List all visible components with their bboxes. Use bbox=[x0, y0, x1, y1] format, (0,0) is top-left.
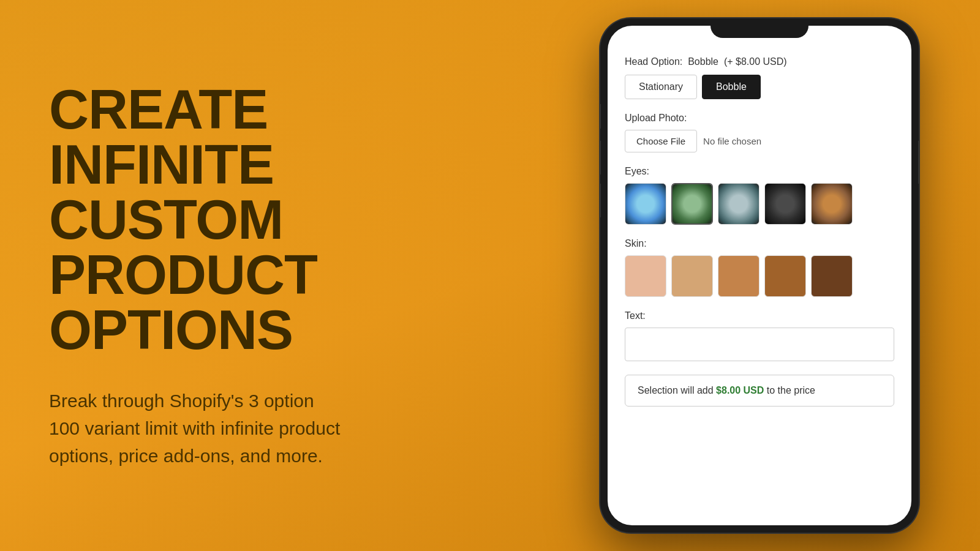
phone-frame: Head Option: Bobble (+ $8.00 USD) Statio… bbox=[600, 18, 919, 533]
side-button-left1 bbox=[600, 104, 601, 129]
eye-gray-inner bbox=[718, 184, 759, 224]
price-suffix: to the price bbox=[764, 385, 815, 395]
eye-swatch-dark[interactable] bbox=[764, 183, 806, 225]
head-option-section: Head Option: Bobble (+ $8.00 USD) Statio… bbox=[625, 56, 894, 99]
skin-swatch-2[interactable] bbox=[671, 255, 713, 297]
eye-brown-inner bbox=[812, 184, 852, 224]
eye-swatch-brown[interactable] bbox=[811, 183, 853, 225]
left-panel: CREATE INFINITE CUSTOM PRODUCT OPTIONS B… bbox=[49, 82, 478, 470]
upload-section: Upload Photo: Choose File No file chosen bbox=[625, 113, 894, 152]
file-input-area: Choose File No file chosen bbox=[625, 130, 894, 152]
head-option-value: Bobble bbox=[688, 56, 718, 67]
head-option-label: Head Option: Bobble (+ $8.00 USD) bbox=[625, 56, 894, 67]
text-input[interactable] bbox=[625, 328, 894, 361]
text-label: Text: bbox=[625, 310, 894, 321]
side-button-left3 bbox=[600, 184, 601, 217]
head-option-buttons: Stationary Bobble bbox=[625, 75, 894, 99]
skin-swatch-5[interactable] bbox=[811, 255, 853, 297]
skin-section: Skin: bbox=[625, 238, 894, 297]
skin-grid bbox=[625, 255, 894, 297]
price-amount: $8.00 USD bbox=[716, 385, 764, 395]
headline-line1: CREATE bbox=[49, 82, 478, 137]
eyes-grid bbox=[625, 183, 894, 225]
text-section: Text: bbox=[625, 310, 894, 361]
skin-label: Skin: bbox=[625, 238, 894, 249]
eye-green-inner bbox=[673, 184, 712, 223]
skin-swatch-4[interactable] bbox=[764, 255, 806, 297]
upload-label: Upload Photo: bbox=[625, 113, 894, 124]
eye-swatch-blue[interactable] bbox=[625, 183, 666, 225]
eyes-section: Eyes: bbox=[625, 166, 894, 225]
headline: CREATE INFINITE CUSTOM PRODUCT OPTIONS bbox=[49, 82, 478, 358]
skin-swatch-1[interactable] bbox=[625, 255, 666, 297]
bobble-button[interactable]: Bobble bbox=[702, 75, 761, 99]
screen-content: Head Option: Bobble (+ $8.00 USD) Statio… bbox=[608, 26, 911, 525]
eye-blue-inner bbox=[625, 184, 666, 224]
phone-mockup: Head Option: Bobble (+ $8.00 USD) Statio… bbox=[600, 18, 919, 533]
no-file-label: No file chosen bbox=[703, 136, 761, 146]
eyes-label: Eyes: bbox=[625, 166, 894, 177]
price-prefix: Selection will add bbox=[638, 385, 716, 395]
price-summary: Selection will add $8.00 USD to the pric… bbox=[625, 375, 894, 407]
subtext: Break through Shopify's 3 option 100 var… bbox=[49, 387, 478, 470]
stationary-button[interactable]: Stationary bbox=[625, 75, 697, 99]
head-option-price: (+ $8.00 USD) bbox=[724, 56, 787, 67]
head-option-key: Head Option: bbox=[625, 56, 682, 67]
side-button-left2 bbox=[600, 141, 601, 174]
eye-swatch-gray[interactable] bbox=[718, 183, 760, 225]
headline-line2: INFINITE CUSTOM bbox=[49, 137, 478, 247]
phone-screen: Head Option: Bobble (+ $8.00 USD) Statio… bbox=[608, 26, 911, 525]
choose-file-button[interactable]: Choose File bbox=[625, 130, 697, 152]
phone-notch bbox=[710, 18, 809, 38]
eye-dark-inner bbox=[765, 184, 805, 224]
side-button-right bbox=[918, 141, 919, 184]
skin-swatch-3[interactable] bbox=[718, 255, 760, 297]
headline-line3: PRODUCT OPTIONS bbox=[49, 247, 478, 358]
eye-swatch-green[interactable] bbox=[671, 183, 713, 225]
